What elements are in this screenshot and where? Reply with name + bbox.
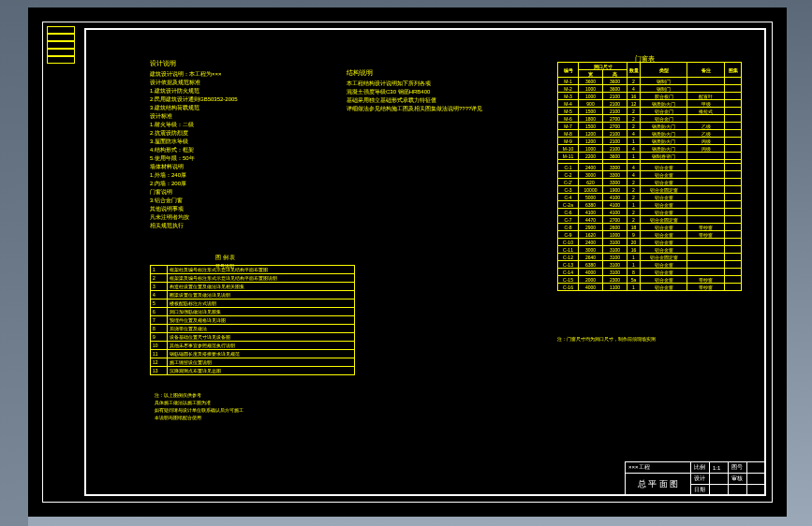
table-row: M-11220036001钢制卷帘门 xyxy=(558,153,742,160)
title-block: ×××工程 比例 1:1 图号 总 平 面 图 设计 审核 日期 xyxy=(625,461,766,496)
footer-notes: 注：以上图例仅供参考具体施工做法以施工图为准如有疑问请与设计单位联系确认后方可施… xyxy=(155,391,332,421)
table-row: M-7150027002钢质防火门乙级 xyxy=(558,123,742,130)
table-row: M-6180027002铝合金门 xyxy=(558,115,742,123)
col-remark: 备注 xyxy=(687,63,725,78)
legend-row: 8后浇带位置及做法 xyxy=(151,325,355,333)
table-row: C-1240033004铝合金窗 xyxy=(558,164,742,171)
design-notes-left: 设计说明 建筑设计说明：本工程为×××设计依据及规范标准1.建筑设计防火规范2.… xyxy=(150,59,318,230)
table-row: M-31000210016胶合板门配百叶 xyxy=(558,93,742,100)
col-tag: 编号 xyxy=(558,63,579,78)
legend-row: 7预埋件位置及规格详见详图 xyxy=(151,316,355,325)
table-row: C-6410041002铝合金窗 xyxy=(558,209,742,216)
legend-row: 6洞口加强筋做法详见图集 xyxy=(151,308,355,316)
table-row: C-2'62033002铝合金窗 xyxy=(558,179,742,186)
table-row: C-14400031008铝合金窗 xyxy=(558,269,742,276)
table-row: C-102400310020铝合金窗 xyxy=(558,239,742,246)
tb-project: ×××工程 xyxy=(626,462,691,474)
tb-design-label: 设计 xyxy=(691,474,710,485)
col-width: 宽 xyxy=(579,70,603,78)
legend-row: 11钢筋锚固长度及搭接要求详见规范 xyxy=(151,350,355,358)
legend-row: 4圈梁设置位置及做法详见说明 xyxy=(151,291,355,300)
table-row: C-82900260018铝合金窗带纱窗 xyxy=(558,224,742,231)
tb-scale-label: 比例 xyxy=(691,462,710,474)
col-extra: 图集 xyxy=(725,63,742,78)
notes2-title: 结构说明 xyxy=(347,68,534,77)
table-row: C-9162010009铝合金窗带纱窗 xyxy=(558,231,742,239)
table-row: M-9120021001钢质防火门丙级 xyxy=(558,138,742,145)
tb-check-label: 审核 xyxy=(729,474,747,485)
tb-date-label: 日期 xyxy=(691,485,710,496)
tb-sheet-label: 图号 xyxy=(729,462,747,474)
table-row: C-7447027002铝合金固定窗 xyxy=(558,216,742,224)
col-qty: 数量 xyxy=(627,63,641,78)
legend-row: 10其他未尽事宜参照规范执行说明 xyxy=(151,342,355,350)
design-notes-mid: 结构说明 本工程结构设计说明如下所列各项混凝土强度等级C30 钢筋HRB400基… xyxy=(347,68,534,113)
legend-row: 2框架梁及编号标注形式示意详见结构平面布置图说明 xyxy=(151,274,355,283)
table-row: M-8120021004钢质防火门乙级 xyxy=(558,130,742,138)
table-row: C-4500041002铝合金窗 xyxy=(558,194,742,201)
table-row: C-12264031001铝合金固定窗 xyxy=(558,254,742,261)
col-dim: 洞口尺寸 xyxy=(579,63,627,70)
table-row: C-13638031001铝合金窗 xyxy=(558,261,742,269)
table-row: C-16400011001铝合金窗带纱窗 xyxy=(558,284,742,291)
legend-row: 9设备基础位置尺寸详见设备图 xyxy=(151,333,355,342)
table-row: M-2100036004钢制门 xyxy=(558,85,742,93)
table-row: C-113000310016铝合金窗 xyxy=(558,246,742,254)
tb-drawing-name: 总 平 面 图 xyxy=(626,474,691,496)
table-row: M-5150021002铝合金门推拉式 xyxy=(558,108,742,115)
table-row: C-15200023005a铝合金窗带纱窗 xyxy=(558,276,742,284)
table-row: M-1360036002钢制门 xyxy=(558,78,742,85)
door-window-table: 编号 洞口尺寸 数量 类型 备注 图集 宽 高 M-1360036002钢制门M… xyxy=(557,62,742,291)
table-row: M-4900210012钢质防火门甲级 xyxy=(558,100,742,108)
table-row: C-2300033004铝合金窗 xyxy=(558,171,742,179)
table-row: C-31000019002铝合金固定窗 xyxy=(558,186,742,194)
legend-row: 12施工缝留设位置说明 xyxy=(151,358,355,367)
legend-row: 1框架柱及编号标注形式示意详见结构平面布置图 xyxy=(151,266,355,274)
notes1-title: 设计说明 xyxy=(150,59,318,67)
col-type: 类型 xyxy=(641,63,687,78)
folding-marks xyxy=(47,26,75,64)
tb-scale: 1:1 xyxy=(710,462,729,474)
table-footer-note: 注：门窗尺寸均为洞口尺寸，制作前须现场实测 xyxy=(557,335,656,343)
legend-row: 3构造柱设置位置及做法详见相关图集 xyxy=(151,283,355,291)
legend-table: 1框架柱及编号标注形式示意详见结构平面布置图2框架梁及编号标注形式示意详见结构平… xyxy=(150,265,355,375)
cad-canvas[interactable]: 设计说明 建筑设计说明：本工程为×××设计依据及规范标准1.建筑设计防火规范2.… xyxy=(28,7,787,517)
legend-row: 13沉降观测点布置详见总图 xyxy=(151,367,355,375)
table-row: C-2a638041001铝合金窗 xyxy=(558,201,742,209)
legend-row: 5楼板配筋标注方式说明 xyxy=(151,300,355,308)
table-row: M-10100021004钢质防火门丙级 xyxy=(558,145,742,153)
col-height: 高 xyxy=(603,70,627,78)
